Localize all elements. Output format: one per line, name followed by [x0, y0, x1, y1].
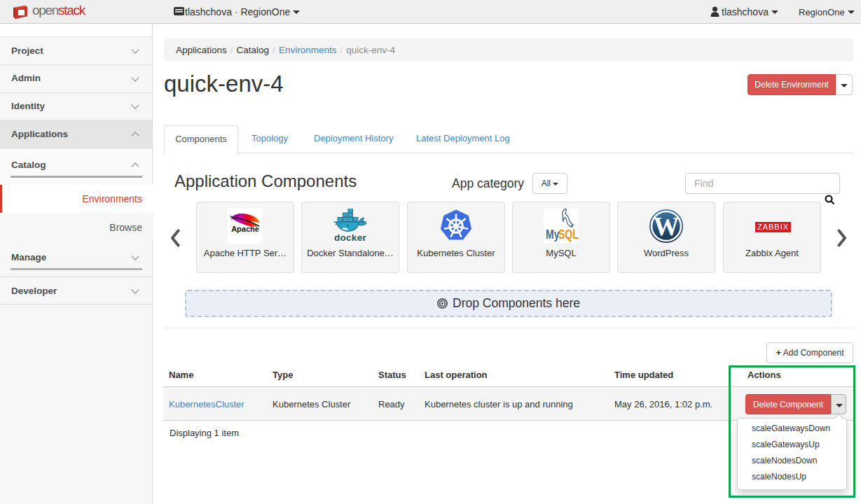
svg-text:SQL: SQL: [558, 227, 579, 242]
svg-text:W: W: [654, 212, 680, 241]
svg-text:Apache: Apache: [231, 225, 259, 233]
svg-text:docker: docker: [334, 232, 367, 243]
